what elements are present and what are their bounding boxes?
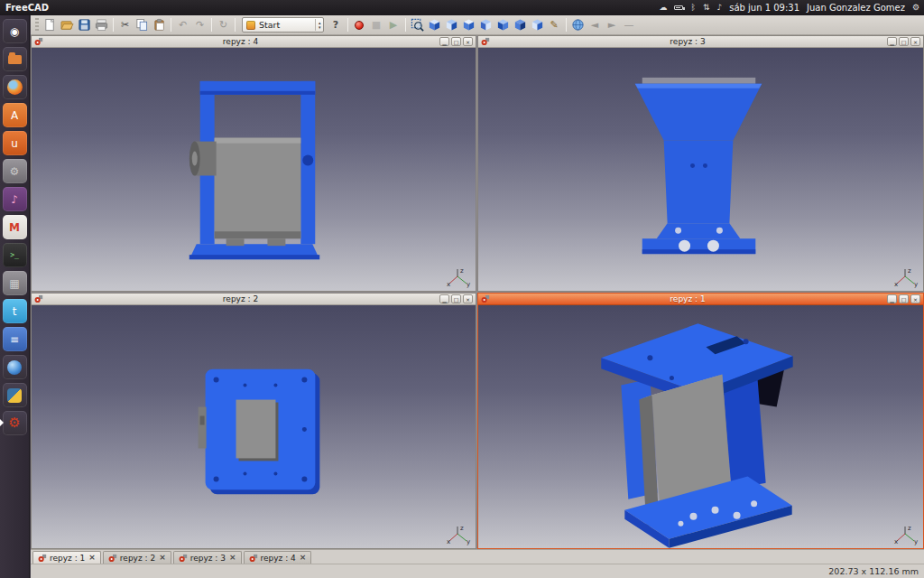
power-menu-icon[interactable]: ⚙	[912, 4, 919, 12]
copy-button[interactable]	[134, 16, 151, 33]
top-view-button[interactable]	[460, 16, 477, 33]
launcher-archive-manager[interactable]: ▦	[3, 271, 27, 295]
tab-close-icon[interactable]: ×	[88, 554, 96, 562]
launcher-system-settings[interactable]: ⚙	[3, 159, 27, 183]
tab-repyz-4[interactable]: repyz : 4 ×	[244, 551, 312, 564]
window-titlebar[interactable]: repyz : 1 ▁ □ ×	[478, 294, 923, 305]
gmail-icon: M	[9, 222, 20, 233]
clock[interactable]: sáb jun 1 09:31	[729, 3, 799, 13]
next-view-button[interactable]: ►	[604, 16, 621, 33]
freecad-gear-icon: ⚙	[8, 416, 20, 430]
save-button[interactable]	[76, 16, 93, 33]
cut-button[interactable]: ✂	[116, 16, 134, 33]
close-button[interactable]: ×	[910, 37, 920, 46]
launcher-ubuntu-one[interactable]: u	[3, 131, 27, 155]
redo-icon: ↷	[196, 20, 204, 30]
launcher-web-browser[interactable]	[3, 355, 27, 379]
viewport-repyz-4[interactable]: z x y	[32, 48, 476, 291]
volume-icon[interactable]: ♪	[716, 4, 722, 12]
spinner-arrows-icon[interactable]: ▴▾	[315, 19, 321, 31]
refresh-button[interactable]: ↻	[215, 16, 232, 33]
tab-close-icon[interactable]: ×	[229, 554, 236, 562]
tab-repyz-3[interactable]: repyz : 3 ×	[173, 551, 242, 564]
rear-view-button[interactable]	[494, 16, 512, 33]
launcher-twitter[interactable]: t	[3, 299, 27, 323]
refresh-icon: ↻	[219, 20, 227, 30]
window-title: repyz : 2	[43, 295, 438, 303]
window-titlebar[interactable]: repyz : 3 ▁ □ ×	[478, 36, 923, 48]
launcher-terminal[interactable]: >_	[3, 243, 27, 267]
viewport-repyz-2[interactable]: z x y	[32, 305, 476, 548]
paste-button[interactable]	[151, 16, 168, 33]
restore-button[interactable]: □	[899, 37, 909, 46]
navigation-globe-button[interactable]	[569, 16, 587, 33]
minimize-button[interactable]: ▁	[887, 37, 897, 46]
launcher-firefox[interactable]	[3, 75, 27, 99]
viewport-repyz-1[interactable]: z x y	[478, 305, 923, 548]
close-button[interactable]: ×	[463, 37, 473, 46]
bluetooth-icon[interactable]: ᛒ	[690, 4, 695, 12]
tab-repyz-2[interactable]: repyz : 2 ×	[103, 551, 171, 564]
tab-close-icon[interactable]: ×	[159, 554, 166, 562]
folder-icon	[8, 55, 22, 64]
axonometric-view-button[interactable]	[426, 16, 443, 33]
bottom-view-button[interactable]	[512, 16, 529, 33]
edit-button[interactable]: ✎	[546, 16, 563, 33]
new-document-button[interactable]	[42, 16, 59, 33]
tab-repyz-1[interactable]: repyz : 1 ×	[32, 551, 101, 564]
twitter-bird-icon: t	[13, 306, 17, 317]
new-document-icon	[43, 18, 57, 32]
launcher-documents[interactable]: ≡	[3, 327, 27, 351]
bracket-front-view	[478, 48, 923, 291]
network-icon[interactable]: ⇅	[703, 4, 710, 12]
restore-button[interactable]: □	[451, 37, 461, 46]
window-titlebar[interactable]: repyz : 4 ▁ □ ×	[32, 36, 476, 48]
battery-icon[interactable]	[674, 5, 683, 10]
undo-button[interactable]: ↶	[174, 16, 191, 33]
mdi-window-repyz-3: repyz : 3 ▁ □ ×	[477, 35, 924, 292]
window-titlebar[interactable]: repyz : 2 ▁ □ ×	[32, 294, 476, 305]
firefox-icon	[7, 79, 23, 95]
print-button[interactable]	[93, 16, 110, 33]
launcher-python[interactable]	[3, 383, 27, 407]
freecad-icon	[34, 294, 43, 303]
session-user-menu[interactable]: Juan Gonzalez Gomez	[807, 3, 905, 13]
macro-play-button[interactable]: ▶	[385, 16, 402, 33]
settings-gear-icon: ⚙	[10, 166, 20, 177]
minimize-button[interactable]: ▁	[887, 294, 897, 303]
launcher-media-player[interactable]: ♪	[3, 187, 27, 211]
open-folder-icon	[60, 18, 74, 32]
workbench-selector[interactable]: Start ▴▾	[242, 17, 324, 33]
open-button[interactable]	[59, 16, 76, 33]
cloud-sync-icon[interactable]: ☁	[659, 4, 667, 12]
close-button[interactable]: ×	[910, 294, 920, 303]
restore-button[interactable]: □	[451, 294, 461, 303]
viewport-repyz-3[interactable]: z x y	[478, 48, 923, 291]
minus-icon: —	[624, 20, 634, 30]
tab-close-icon[interactable]: ×	[300, 554, 307, 562]
launcher-dash-home[interactable]: ◉	[3, 19, 27, 43]
macro-record-button[interactable]	[351, 16, 368, 33]
macro-stop-button[interactable]: ■	[368, 16, 385, 33]
forward-arrow-icon: ►	[608, 20, 615, 30]
toolbar-separator	[171, 18, 171, 32]
hide-button[interactable]: —	[621, 16, 638, 33]
freecad-window: ✂ ↶ ↷ ↻ Start ▴▾ ? ■ ▶	[31, 15, 924, 578]
restore-button[interactable]: □	[899, 294, 909, 303]
close-button[interactable]: ×	[463, 294, 473, 303]
minimize-button[interactable]: ▁	[439, 294, 449, 303]
left-view-button[interactable]	[529, 16, 546, 33]
launcher-freecad[interactable]: ⚙	[3, 411, 27, 435]
launcher-software-center[interactable]: A	[3, 103, 27, 127]
launcher-files[interactable]	[3, 47, 27, 71]
whats-this-button[interactable]: ?	[328, 16, 345, 33]
front-view-button[interactable]	[443, 16, 460, 33]
previous-view-button[interactable]: ◄	[587, 16, 604, 33]
minimize-button[interactable]: ▁	[439, 37, 449, 46]
redo-button[interactable]: ↷	[191, 16, 208, 33]
launcher-gmail[interactable]: M	[3, 215, 27, 239]
right-view-button[interactable]	[477, 16, 494, 33]
fit-all-button[interactable]	[409, 16, 426, 33]
toolbar-handle[interactable]	[35, 18, 39, 32]
svg-text:x: x	[894, 281, 898, 288]
